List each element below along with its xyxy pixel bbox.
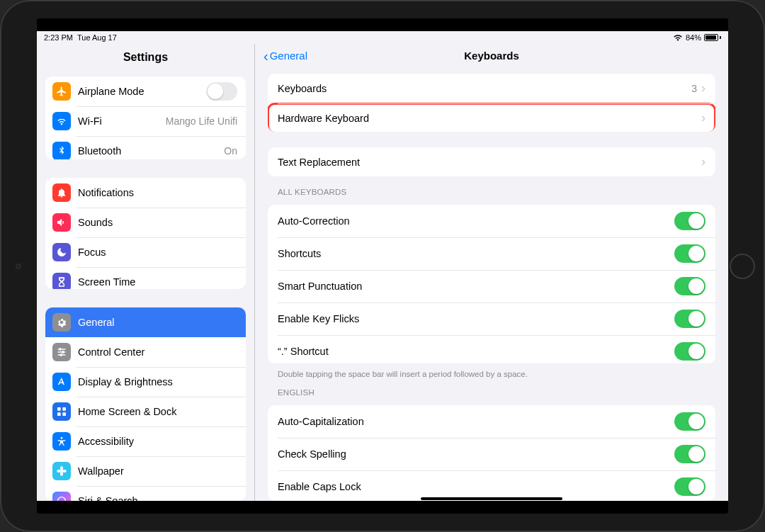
sidebar-label: Home Screen & Dock bbox=[78, 406, 237, 417]
auto-cap-toggle[interactable] bbox=[674, 412, 706, 431]
moon-icon bbox=[52, 243, 71, 261]
period-shortcut-toggle[interactable] bbox=[674, 342, 706, 361]
row-check-spelling[interactable]: Check Spelling bbox=[268, 438, 715, 470]
battery-pct: 84% bbox=[686, 33, 701, 42]
row-auto-capitalization[interactable]: Auto-Capitalization bbox=[268, 405, 715, 438]
english-group: Auto-Capitalization Check Spelling Enabl… bbox=[268, 405, 715, 501]
row-label: Keyboards bbox=[278, 83, 691, 94]
row-enable-caps-lock[interactable]: Enable Caps Lock bbox=[268, 470, 715, 501]
sidebar-label: General bbox=[78, 317, 237, 328]
row-period-shortcut[interactable]: “.” Shortcut bbox=[268, 335, 715, 364]
sidebar-label: Notifications bbox=[78, 187, 237, 198]
back-button[interactable]: ‹ General bbox=[264, 50, 307, 62]
sidebar-label: Display & Brightness bbox=[78, 376, 237, 387]
home-button[interactable] bbox=[730, 254, 755, 279]
row-text-replacement[interactable]: Text Replacement › bbox=[268, 147, 715, 176]
sidebar-label: Siri & Search bbox=[78, 495, 237, 502]
sidebar-label: Focus bbox=[78, 247, 237, 258]
battery-icon bbox=[704, 34, 721, 41]
sidebar-label: Control Center bbox=[78, 346, 237, 358]
airplane-toggle[interactable] bbox=[206, 82, 237, 101]
chevron-right-icon: › bbox=[701, 81, 706, 96]
wifi-icon bbox=[673, 34, 683, 41]
sidebar-label: Airplane Mode bbox=[78, 86, 206, 97]
ipad-frame: 2:23 PM Tue Aug 17 84% Settings bbox=[0, 0, 765, 532]
row-label: Auto-Correction bbox=[278, 215, 674, 227]
sidebar-item-siri[interactable]: Siri & Search bbox=[45, 486, 246, 502]
chevron-right-icon: › bbox=[701, 154, 706, 169]
row-auto-correction[interactable]: Auto-Correction bbox=[268, 205, 715, 237]
row-label: Check Spelling bbox=[278, 448, 674, 460]
row-label: Hardware Keyboard bbox=[278, 113, 697, 124]
main-panel: ‹ General Keyboards Keyboards 3 › Hardwa… bbox=[255, 31, 728, 501]
accessibility-icon bbox=[52, 432, 71, 451]
speaker-icon bbox=[52, 213, 71, 232]
row-label: Smart Punctuation bbox=[278, 281, 674, 292]
page-title: Keyboards bbox=[464, 50, 519, 62]
sliders-icon bbox=[52, 343, 71, 361]
row-shortcuts[interactable]: Shortcuts bbox=[268, 237, 715, 270]
camera bbox=[16, 264, 21, 269]
svg-rect-1 bbox=[62, 407, 66, 411]
key-flicks-toggle[interactable] bbox=[674, 310, 706, 328]
home-indicator[interactable] bbox=[421, 497, 562, 500]
svg-rect-0 bbox=[57, 407, 61, 411]
back-label: General bbox=[270, 50, 307, 62]
sidebar-label: Wi-Fi bbox=[78, 115, 166, 127]
auto-correction-toggle[interactable] bbox=[674, 212, 706, 230]
sidebar-item-notifications[interactable]: Notifications bbox=[45, 178, 246, 208]
status-bar: 2:23 PM Tue Aug 17 84% bbox=[37, 31, 728, 44]
sidebar-group-connectivity: Airplane Mode Wi-Fi Mango Life Unifi Blu… bbox=[45, 77, 246, 159]
sidebar-label: Wallpaper bbox=[78, 465, 237, 477]
hourglass-icon bbox=[52, 273, 71, 288]
sidebar-item-screen-time[interactable]: Screen Time bbox=[45, 267, 246, 288]
status-date: Tue Aug 17 bbox=[77, 33, 117, 42]
airplane-icon bbox=[52, 82, 71, 101]
flower-icon bbox=[52, 462, 71, 480]
sidebar-item-focus[interactable]: Focus bbox=[45, 237, 246, 267]
caps-lock-toggle[interactable] bbox=[674, 477, 706, 496]
chevron-left-icon: ‹ bbox=[264, 51, 268, 61]
row-label: “.” Shortcut bbox=[278, 346, 674, 357]
nav-bar: ‹ General Keyboards bbox=[255, 47, 728, 68]
sidebar-item-bluetooth[interactable]: Bluetooth On bbox=[45, 136, 246, 159]
smart-punctuation-toggle[interactable] bbox=[674, 277, 706, 295]
sidebar-item-airplane[interactable]: Airplane Mode bbox=[45, 77, 246, 106]
svg-rect-2 bbox=[57, 412, 61, 416]
sidebar-item-sounds[interactable]: Sounds bbox=[45, 208, 246, 237]
text-size-icon bbox=[52, 373, 71, 391]
all-keyboards-group: Auto-Correction Shortcuts Smart Punctuat… bbox=[268, 205, 715, 364]
row-smart-punctuation[interactable]: Smart Punctuation bbox=[268, 270, 715, 302]
wifi-icon bbox=[52, 112, 71, 130]
letterbox bbox=[37, 501, 728, 514]
grid-icon bbox=[52, 402, 71, 421]
sidebar-item-control-center[interactable]: Control Center bbox=[45, 337, 246, 367]
row-hardware-keyboard[interactable]: Hardware Keyboard › bbox=[268, 103, 715, 132]
sidebar-label: Bluetooth bbox=[78, 145, 224, 157]
shortcuts-toggle[interactable] bbox=[674, 244, 706, 263]
screen: 2:23 PM Tue Aug 17 84% Settings bbox=[37, 18, 728, 514]
svg-point-4 bbox=[61, 437, 63, 439]
sidebar-item-general[interactable]: General bbox=[45, 307, 246, 337]
svg-rect-3 bbox=[62, 412, 66, 416]
sidebar-item-wifi[interactable]: Wi-Fi Mango Life Unifi bbox=[45, 106, 246, 136]
text-group: Text Replacement › bbox=[268, 147, 715, 176]
sidebar-label: Sounds bbox=[78, 217, 237, 228]
row-label: Text Replacement bbox=[278, 157, 697, 168]
sidebar-item-display[interactable]: Display & Brightness bbox=[45, 367, 246, 397]
sidebar-item-wallpaper[interactable]: Wallpaper bbox=[45, 456, 246, 486]
sidebar-item-accessibility[interactable]: Accessibility bbox=[45, 426, 246, 456]
letterbox bbox=[37, 18, 728, 31]
sidebar-label: Screen Time bbox=[78, 276, 237, 288]
row-enable-key-flicks[interactable]: Enable Key Flicks bbox=[268, 302, 715, 335]
row-label: Shortcuts bbox=[278, 248, 674, 259]
sidebar-group-system: General Control Center Display & Brightn… bbox=[45, 307, 246, 502]
section-english: ENGLISH bbox=[278, 388, 706, 397]
sidebar-label: Accessibility bbox=[78, 436, 237, 447]
footer-note: Double tapping the space bar will insert… bbox=[278, 369, 706, 380]
sidebar-item-home-screen[interactable]: Home Screen & Dock bbox=[45, 397, 246, 426]
svg-point-6 bbox=[58, 497, 66, 501]
check-spelling-toggle[interactable] bbox=[674, 445, 706, 463]
sidebar-title: Settings bbox=[37, 47, 254, 71]
row-keyboards[interactable]: Keyboards 3 › bbox=[268, 74, 715, 103]
